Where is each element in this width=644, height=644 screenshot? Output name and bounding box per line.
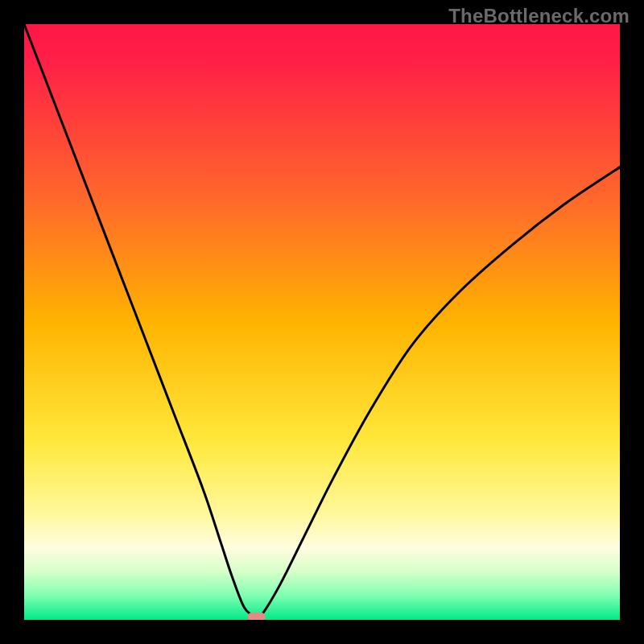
gradient-background	[24, 24, 620, 620]
watermark-text: TheBottleneck.com	[448, 5, 630, 27]
plot-area	[24, 24, 620, 620]
minimum-marker	[248, 613, 266, 620]
chart-svg	[24, 24, 620, 620]
chart-frame: TheBottleneck.com	[0, 0, 644, 644]
